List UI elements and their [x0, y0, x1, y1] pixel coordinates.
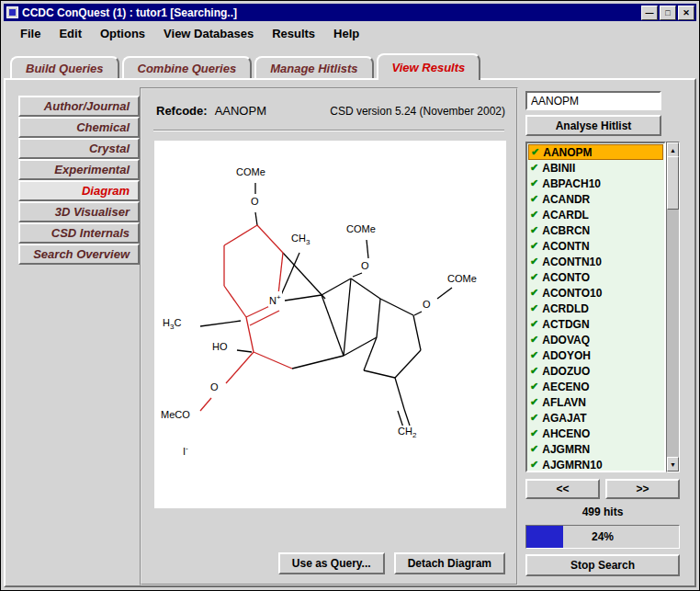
checkmark-icon: ✔ — [530, 162, 538, 174]
list-item[interactable]: ✔ADOVAQ — [528, 332, 663, 347]
list-item-label: ACARDL — [542, 209, 589, 222]
menu-item-options[interactable]: Options — [91, 24, 154, 43]
atom-label-come3: COMe — [446, 273, 478, 285]
list-item[interactable]: ✔ACBRCN — [528, 222, 663, 238]
list-item-label: ACONTN — [542, 240, 589, 253]
sidebar-item-chemical[interactable]: Chemical — [18, 117, 140, 138]
list-item[interactable]: ✔AANOPM — [528, 144, 663, 160]
checkmark-icon: ✔ — [530, 459, 538, 471]
list-item-label: ACRDLD — [542, 302, 589, 315]
use-as-query-button[interactable]: Use as Query... — [278, 552, 385, 574]
refcode-row: Refcode: AANOPM CSD version 5.24 (Novemb… — [156, 104, 505, 118]
sidebar-item-experimental[interactable]: Experimental — [18, 159, 140, 180]
list-item-label: ABPACH10 — [542, 177, 601, 190]
atom-label-iodide: I- — [182, 442, 189, 458]
atom-label-o3: O — [422, 299, 432, 311]
list-item[interactable]: ✔ADOYOH — [528, 347, 663, 363]
list-item[interactable]: ✔ACRDLD — [528, 301, 663, 316]
sidebar-item-3d-visualiser[interactable]: 3D Visualiser — [18, 201, 140, 222]
list-item[interactable]: ✔ACONTN10 — [528, 254, 663, 269]
checkmark-icon: ✔ — [530, 334, 538, 346]
menu-item-help[interactable]: Help — [324, 24, 368, 43]
list-item-label: ACANDR — [542, 193, 590, 206]
list-item-label: ACONTO10 — [542, 287, 602, 300]
checkmark-icon: ✔ — [530, 240, 538, 252]
atom-label-ch2: CH2 — [397, 426, 417, 441]
hitlist-panel: Analyse Hitlist ✔AANOPM✔ABINII✔ABPACH10✔… — [525, 91, 680, 576]
refcode-label: Refcode: — [156, 104, 208, 118]
checkmark-icon: ✔ — [530, 365, 538, 377]
progress-bar: 24% — [525, 525, 680, 549]
atom-label-come1: COMe — [235, 166, 266, 178]
main-panel: Author/JournalChemicalCrystalExperimenta… — [4, 78, 696, 587]
tab-build-queries[interactable]: Build Queries — [10, 56, 119, 78]
tab-combine-queries[interactable]: Combine Queries — [122, 56, 253, 78]
sidebar-item-crystal[interactable]: Crystal — [18, 138, 140, 159]
minimize-button[interactable]: — — [641, 6, 658, 20]
sidebar-item-csd-internals[interactable]: CSD Internals — [18, 222, 140, 244]
analyse-hitlist-button[interactable]: Analyse Hitlist — [525, 115, 661, 136]
list-item[interactable]: ✔AECENO — [528, 379, 663, 394]
window-title: CCDC ConQuest (1) : tutor1 [Searching..] — [22, 6, 639, 19]
refcode-value: AANOPM — [215, 104, 266, 118]
menu-item-file[interactable]: File — [11, 24, 50, 43]
menu-item-view-databases[interactable]: View Databases — [154, 24, 263, 43]
next-page-button[interactable]: >> — [605, 479, 680, 499]
list-item[interactable]: ✔ACONTO10 — [528, 285, 663, 301]
scrollbar-thumb[interactable] — [667, 156, 679, 210]
sidebar-item-search-overview[interactable]: Search Overview — [18, 244, 140, 265]
checkmark-icon: ✔ — [530, 443, 538, 455]
list-item[interactable]: ✔AFLAVN — [528, 394, 663, 410]
previous-page-button[interactable]: << — [525, 479, 600, 499]
sidebar-item-diagram[interactable]: Diagram — [18, 180, 140, 201]
list-item-label: ADOYOH — [542, 349, 591, 362]
refcode-search-input[interactable] — [525, 91, 661, 110]
hitlist-scrollbar[interactable]: ▲ ▼ — [666, 142, 680, 472]
checkmark-icon: ✔ — [530, 224, 538, 236]
title-bar: CCDC ConQuest (1) : tutor1 [Searching..]… — [4, 4, 696, 21]
tab-bar: Build QueriesCombine QueriesManage Hitli… — [10, 51, 696, 78]
scroll-up-icon[interactable]: ▲ — [667, 142, 679, 157]
list-item[interactable]: ✔ABPACH10 — [528, 176, 663, 191]
atom-label-meco: MeCO — [160, 409, 191, 421]
menu-item-edit[interactable]: Edit — [50, 24, 91, 43]
menu-bar: FileEditOptionsView DatabasesResultsHelp — [4, 21, 696, 45]
close-button[interactable]: ✕ — [678, 6, 694, 20]
hitlist-nav: << >> — [525, 479, 680, 499]
sidebar-item-author-journal[interactable]: Author/Journal — [18, 96, 140, 117]
progress-percent-label: 24% — [526, 526, 679, 548]
scroll-down-icon[interactable]: ▼ — [667, 457, 679, 472]
tab-manage-hitlists[interactable]: Manage Hitlists — [254, 56, 373, 78]
tab-view-results[interactable]: View Results — [377, 53, 481, 80]
checkmark-icon: ✔ — [530, 318, 538, 330]
list-item-label: ADOVAQ — [542, 334, 590, 347]
checkmark-icon: ✔ — [530, 412, 538, 424]
list-item[interactable]: ✔ABINII — [528, 160, 663, 176]
atom-label-come2: COMe — [345, 223, 377, 235]
checkmark-icon: ✔ — [530, 271, 538, 283]
menu-item-results[interactable]: Results — [263, 24, 324, 43]
atom-label-o4: O — [209, 381, 220, 393]
list-item[interactable]: ✔ACANDR — [528, 191, 663, 207]
maximize-button[interactable]: □ — [660, 6, 676, 20]
checkmark-icon: ✔ — [530, 287, 538, 299]
list-item[interactable]: ✔ACONTN — [528, 238, 663, 254]
list-item[interactable]: ✔AGAJAT — [528, 410, 663, 426]
list-item[interactable]: ✔ACONTO — [528, 269, 663, 285]
stop-search-button[interactable]: Stop Search — [525, 554, 680, 576]
list-item[interactable]: ✔AJGMRN10 — [528, 457, 663, 472]
list-item[interactable]: ✔ACARDL — [528, 207, 663, 222]
diagram-area: COMeOCH3COMeOCOMeON+H3CHOOMeCOCH2I- — [154, 141, 506, 508]
list-item-label: AJGMRN10 — [542, 459, 602, 472]
detach-diagram-button[interactable]: Detach Diagram — [394, 552, 505, 574]
list-item[interactable]: ✔AJGMRN — [528, 441, 663, 457]
list-item-label: ACONTN10 — [542, 256, 602, 268]
list-item[interactable]: ✔AHCENO — [528, 426, 663, 441]
list-item[interactable]: ✔ACTDGN — [528, 316, 663, 332]
checkmark-icon: ✔ — [530, 209, 538, 221]
sidebar: Author/JournalChemicalCrystalExperimenta… — [18, 96, 140, 265]
conquest-window: CCDC ConQuest (1) : tutor1 [Searching..]… — [0, 0, 700, 591]
csd-version-text: CSD version 5.24 (November 2002) — [330, 105, 505, 118]
list-item-label: AJGMRN — [542, 443, 590, 456]
list-item[interactable]: ✔ADOZUO — [528, 363, 663, 379]
